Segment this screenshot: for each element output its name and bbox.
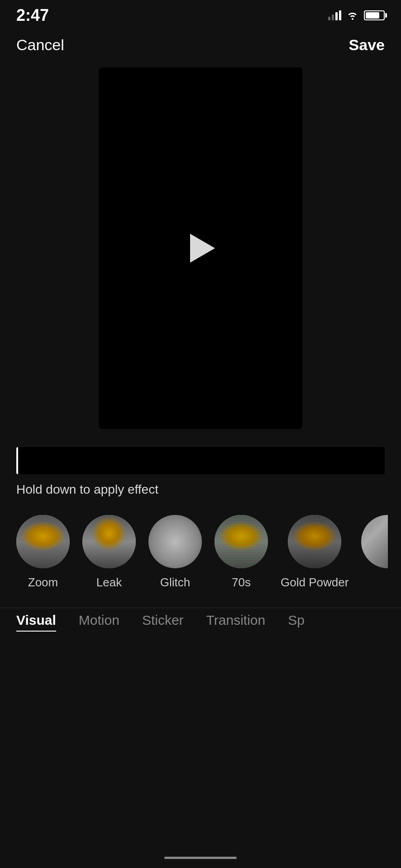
battery-icon [364,10,385,20]
effect-70s-label: 70s [232,576,251,590]
category-tabs: Visual Motion Sticker Transition Sp [0,608,401,645]
effect-glitch[interactable]: Glitch [148,515,202,590]
home-bar [164,857,237,859]
effect-gold-powder[interactable]: Gold Powder [281,515,348,590]
tab-transition[interactable]: Transition [206,613,266,632]
tab-sticker[interactable]: Sticker [142,613,184,632]
timeline-bar[interactable] [16,447,385,474]
play-button[interactable] [190,234,215,263]
effect-leak-label: Leak [96,576,122,590]
effect-glitch-label: Glitch [160,576,190,590]
home-indicator [0,849,401,868]
timeline-section: Hold down to apply effect [0,434,401,510]
save-button[interactable]: Save [349,36,385,54]
effect-zoom[interactable]: Zoom [16,515,70,590]
hold-text: Hold down to apply effect [16,482,385,497]
effect-partial[interactable] [361,515,388,590]
wifi-icon [347,11,358,20]
effect-zoom-thumb [16,515,70,568]
effect-gold-thumb [288,515,341,568]
effect-70s[interactable]: 70s [215,515,268,590]
effect-zoom-label: Zoom [28,576,58,590]
top-bar: Cancel Save [0,27,401,63]
cancel-button[interactable]: Cancel [16,36,64,54]
effect-glitch-thumb [148,515,202,568]
status-icons [328,10,385,20]
tab-visual[interactable]: Visual [16,613,56,632]
signal-icon [328,10,341,20]
effect-partial-thumb [361,515,388,568]
status-bar: 2:47 [0,0,401,27]
effect-70s-thumb [215,515,268,568]
effect-leak-thumb [82,515,136,568]
effects-row: Zoom Leak Glitch 70s Gold Powder [0,510,401,603]
status-time: 2:47 [16,6,49,25]
tab-sp[interactable]: Sp [288,613,305,632]
tab-motion[interactable]: Motion [79,613,119,632]
video-player[interactable] [99,67,302,429]
effect-gold-label: Gold Powder [281,576,348,590]
effect-leak[interactable]: Leak [82,515,136,590]
